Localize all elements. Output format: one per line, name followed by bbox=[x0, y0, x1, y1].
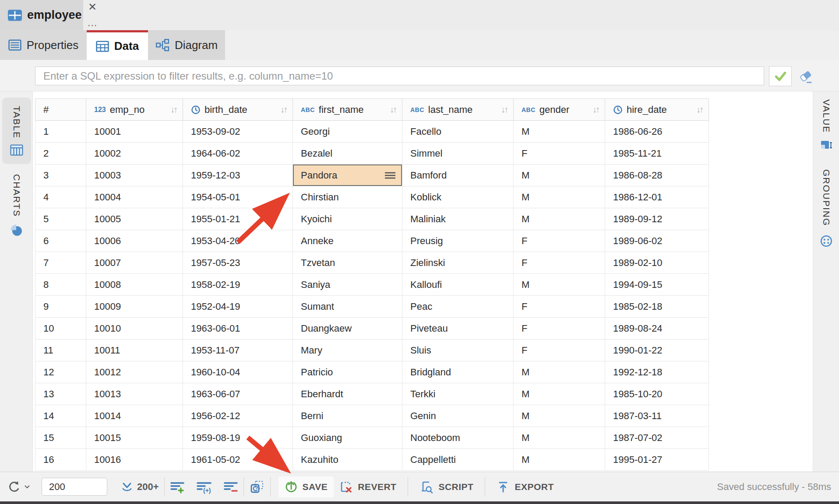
clear-filter-button[interactable] bbox=[797, 68, 814, 85]
cell[interactable]: Georgi bbox=[293, 121, 402, 142]
cell[interactable]: F bbox=[514, 340, 605, 361]
file-tab-employee[interactable]: employee bbox=[0, 0, 83, 30]
cell[interactable]: 10011 bbox=[86, 340, 183, 361]
row-number-cell[interactable]: 9 bbox=[35, 296, 86, 317]
cell[interactable]: 10003 bbox=[86, 164, 183, 186]
cell[interactable]: 10008 bbox=[86, 274, 183, 295]
cell[interactable]: 1955-01-21 bbox=[183, 208, 293, 230]
cell[interactable]: M bbox=[514, 361, 605, 383]
fetch-size-input[interactable] bbox=[42, 478, 107, 496]
cell[interactable]: 1953-04-20 bbox=[183, 230, 293, 252]
cell[interactable]: F bbox=[514, 318, 605, 339]
column-header-last_name[interactable]: ABClast_name↓↑ bbox=[402, 99, 514, 120]
cell[interactable]: 10013 bbox=[86, 383, 183, 405]
row-number-cell[interactable]: 2 bbox=[35, 143, 86, 164]
row-number-cell[interactable]: 16 bbox=[35, 449, 86, 470]
cell[interactable]: 10012 bbox=[86, 361, 183, 383]
cell[interactable]: 1954-05-01 bbox=[183, 186, 293, 208]
cell[interactable]: Piveteau bbox=[402, 318, 514, 339]
cell[interactable]: 1985-02-18 bbox=[605, 296, 709, 317]
cell[interactable]: 1953-09-02 bbox=[183, 121, 293, 142]
cell[interactable]: 1959-12-03 bbox=[183, 164, 293, 186]
row-number-cell[interactable]: 12 bbox=[35, 361, 86, 383]
column-header-num[interactable]: # bbox=[35, 99, 86, 120]
sort-icon[interactable]: ↓↑ bbox=[390, 105, 396, 115]
cell[interactable]: Kalloufi bbox=[402, 274, 514, 295]
cell[interactable]: 1960-10-04 bbox=[183, 361, 293, 383]
cell[interactable]: F bbox=[514, 230, 605, 252]
cell[interactable]: Nooteboom bbox=[402, 427, 514, 448]
cell[interactable]: 1956-02-12 bbox=[183, 405, 293, 427]
row-number-cell[interactable]: 4 bbox=[35, 186, 86, 208]
row-number-cell[interactable]: 10 bbox=[35, 318, 86, 339]
cell[interactable]: Peac bbox=[402, 296, 514, 317]
cell[interactable]: 1952-04-19 bbox=[183, 296, 293, 317]
export-button[interactable]: EXPORT bbox=[490, 476, 560, 497]
apply-filter-button[interactable] bbox=[769, 66, 792, 86]
cell[interactable]: 1989-02-10 bbox=[605, 252, 709, 273]
cell[interactable]: 1992-12-18 bbox=[605, 361, 709, 383]
cell[interactable]: Sumant bbox=[293, 296, 402, 317]
cell[interactable]: M bbox=[514, 405, 605, 427]
cell[interactable]: Patricio bbox=[293, 361, 402, 383]
cell[interactable]: M bbox=[514, 208, 605, 230]
cell[interactable]: M bbox=[514, 121, 605, 142]
row-number-cell[interactable]: 5 bbox=[35, 208, 86, 230]
cell[interactable]: M bbox=[514, 449, 605, 470]
cell[interactable]: Sluis bbox=[402, 340, 514, 361]
panel-tab-value[interactable]: VALUE bbox=[814, 99, 839, 152]
tab-properties[interactable]: Properties bbox=[0, 30, 87, 60]
cell[interactable]: Bezalel bbox=[293, 143, 402, 164]
cell[interactable]: 1989-08-24 bbox=[605, 318, 709, 339]
cell[interactable]: 10006 bbox=[86, 230, 183, 252]
cell[interactable]: 1957-05-23 bbox=[183, 252, 293, 273]
cell[interactable]: Cappelletti bbox=[402, 449, 514, 470]
row-number-cell[interactable]: 14 bbox=[35, 405, 86, 427]
cell[interactable]: 1986-06-26 bbox=[605, 121, 709, 142]
cell[interactable]: 1985-10-20 bbox=[605, 383, 709, 405]
cell[interactable]: Maliniak bbox=[402, 208, 514, 230]
sort-icon[interactable]: ↓↑ bbox=[592, 105, 599, 115]
sort-icon[interactable]: ↓↑ bbox=[696, 105, 702, 115]
row-number-cell[interactable]: 6 bbox=[35, 230, 86, 252]
cell[interactable]: Terkki bbox=[402, 383, 514, 405]
cell[interactable]: 10014 bbox=[86, 405, 183, 427]
cell[interactable]: 10010 bbox=[86, 318, 183, 339]
cell[interactable]: Bridgland bbox=[402, 361, 514, 383]
cell[interactable]: Eberhardt bbox=[293, 383, 402, 405]
cell[interactable]: 1958-02-19 bbox=[183, 274, 293, 295]
cell[interactable]: Berni bbox=[293, 405, 402, 427]
cell[interactable]: Facello bbox=[402, 121, 514, 142]
cell[interactable]: 1963-06-07 bbox=[183, 383, 293, 405]
cell[interactable]: 1959-08-19 bbox=[183, 427, 293, 448]
cell[interactable]: M bbox=[514, 186, 605, 208]
cell[interactable]: M bbox=[514, 383, 605, 405]
cell[interactable]: 1961-05-02 bbox=[183, 449, 293, 470]
cell[interactable]: 1989-06-02 bbox=[605, 230, 709, 252]
cell[interactable]: 10004 bbox=[86, 186, 183, 208]
add-row-icon[interactable] bbox=[170, 480, 185, 494]
cell[interactable]: 10007 bbox=[86, 252, 183, 273]
cell[interactable]: Simmel bbox=[402, 143, 514, 164]
row-number-cell[interactable]: 7 bbox=[35, 252, 86, 273]
cell[interactable]: 1989-09-12 bbox=[605, 208, 709, 230]
cell[interactable]: 1985-11-21 bbox=[605, 143, 709, 164]
cell[interactable]: 10001 bbox=[86, 121, 183, 142]
selected-cell[interactable]: Pandora bbox=[293, 164, 402, 186]
panel-tab-charts[interactable]: CHARTS bbox=[2, 168, 31, 243]
cell[interactable]: Genin bbox=[402, 405, 514, 427]
fetch-next-segment-button[interactable]: 200+ bbox=[120, 480, 159, 494]
cell[interactable]: Guoxiang bbox=[293, 427, 402, 448]
row-number-cell[interactable]: 11 bbox=[35, 340, 86, 361]
row-number-cell[interactable]: 15 bbox=[35, 427, 86, 448]
duplicate-row-icon[interactable]: (+) bbox=[196, 480, 212, 494]
cell[interactable]: F bbox=[514, 252, 605, 273]
cell[interactable]: Bamford bbox=[402, 164, 514, 186]
row-number-cell[interactable]: 8 bbox=[35, 274, 86, 295]
cell[interactable]: 1994-09-15 bbox=[605, 274, 709, 295]
refresh-cell-icon[interactable] bbox=[249, 480, 265, 494]
cell[interactable]: 1987-03-11 bbox=[605, 405, 709, 427]
cell[interactable]: F bbox=[514, 143, 605, 164]
panel-tab-table[interactable]: TABLE bbox=[2, 98, 31, 164]
sql-filter-input[interactable] bbox=[35, 66, 764, 85]
